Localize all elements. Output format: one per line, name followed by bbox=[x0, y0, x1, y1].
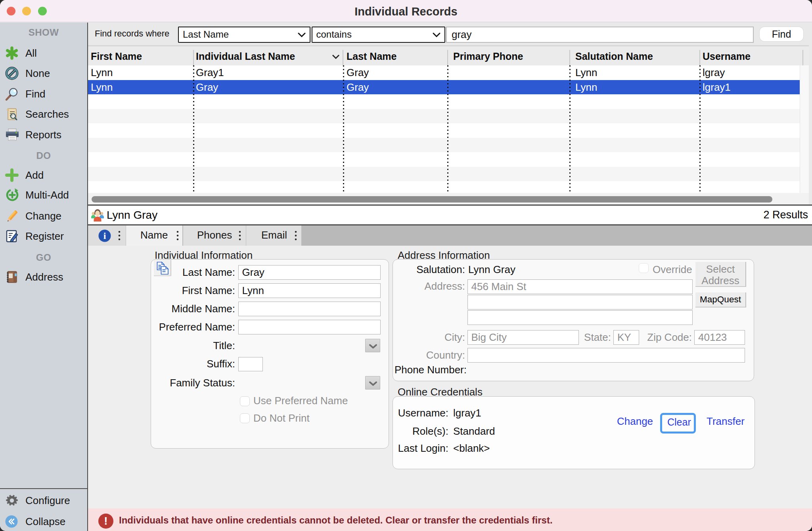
svg-text:i: i bbox=[103, 231, 106, 241]
